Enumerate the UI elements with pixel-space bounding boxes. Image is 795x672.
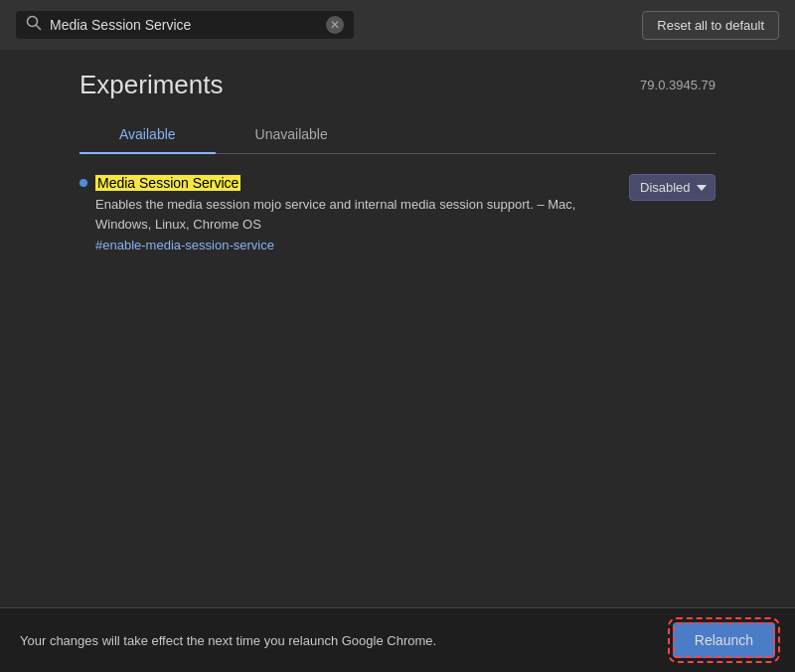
top-bar: ✕ Reset all to default: [0, 0, 795, 50]
experiment-body: Media Session Service Enables the media …: [95, 174, 621, 252]
tab-unavailable[interactable]: Unavailable: [216, 116, 368, 153]
page-title: Experiments: [80, 70, 224, 100]
search-clear-button[interactable]: ✕: [326, 16, 344, 34]
version-text: 79.0.3945.79: [640, 78, 716, 92]
reset-all-button[interactable]: Reset all to default: [642, 11, 779, 40]
experiment-item: Media Session Service Enables the media …: [80, 174, 716, 252]
experiment-control: Default Enabled Disabled: [629, 174, 716, 201]
search-container: ✕: [16, 11, 354, 39]
experiment-dot: [80, 179, 87, 187]
experiment-description: Enables the media session mojo service a…: [95, 195, 621, 234]
page-header: Experiments 79.0.3945.79: [80, 70, 716, 100]
main-content: Experiments 79.0.3945.79 Available Unava…: [0, 50, 795, 280]
experiment-status-select[interactable]: Default Enabled Disabled: [629, 174, 716, 201]
bottom-bar: Your changes will take effect the next t…: [0, 607, 795, 672]
search-icon: [26, 15, 42, 35]
bottom-message: Your changes will take effect the next t…: [20, 633, 436, 648]
search-input[interactable]: [50, 17, 318, 33]
experiment-name: Media Session Service: [95, 175, 240, 191]
experiment-link[interactable]: #enable-media-session-service: [95, 238, 621, 252]
tab-available[interactable]: Available: [80, 116, 216, 154]
tabs-container: Available Unavailable: [80, 116, 716, 154]
relaunch-button[interactable]: Relaunch: [673, 622, 775, 658]
svg-line-1: [37, 26, 41, 30]
